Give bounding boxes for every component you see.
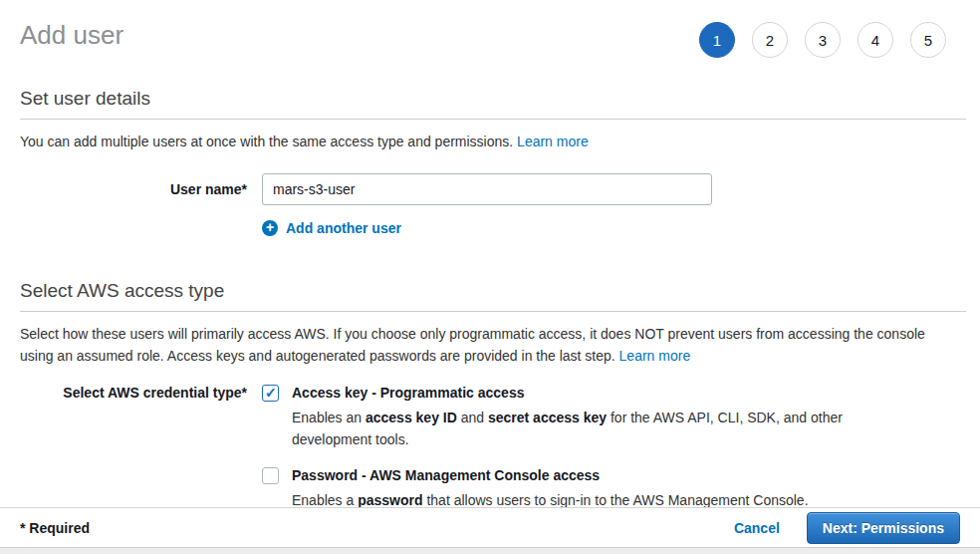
password-checkbox[interactable]: [262, 467, 279, 484]
credential-type-label: Select AWS credential type*: [20, 384, 247, 511]
username-input[interactable]: [262, 173, 712, 205]
user-details-intro-text: You can add multiple users at once with …: [20, 134, 513, 149]
desc-segment: Enables a: [292, 492, 358, 508]
desc-segment-bold: access key ID: [366, 410, 457, 425]
password-title[interactable]: Password - AWS Management Console access: [292, 466, 809, 485]
plus-circle-icon: +: [262, 220, 278, 236]
section-divider: [20, 311, 966, 312]
access-type-heading: Select AWS access type: [20, 280, 960, 302]
step-1: 1: [699, 22, 735, 58]
username-label: User name*: [20, 173, 247, 205]
credential-type-row: Select AWS credential type* Access key -…: [20, 384, 960, 511]
desc-segment-bold: secret access key: [488, 410, 607, 425]
step-indicator: 1 2 3 4 5: [682, 22, 946, 58]
cancel-link[interactable]: Cancel: [734, 520, 780, 536]
access-key-description: Enables an access key ID and secret acce…: [292, 407, 848, 450]
step-3: 3: [805, 22, 841, 58]
access-key-checkbox[interactable]: [262, 385, 279, 402]
set-user-details-heading: Set user details: [20, 88, 960, 110]
user-details-learn-more-link[interactable]: Learn more: [517, 134, 589, 149]
next-permissions-button[interactable]: Next: Permissions: [807, 512, 960, 544]
page-header: Add user 1 2 3 4 5: [20, 0, 960, 51]
access-type-learn-more-link[interactable]: Learn more: [619, 348, 691, 364]
step-5: 5: [910, 22, 946, 58]
step-4: 4: [858, 22, 893, 58]
access-type-intro-text: Select how these users will primarily ac…: [20, 326, 925, 364]
desc-segment: that allows users to sign-in to the AWS …: [423, 492, 809, 508]
add-another-user-link[interactable]: + Add another user: [262, 220, 401, 236]
page-bottom-strip: [0, 547, 980, 554]
desc-segment: Enables an: [292, 410, 366, 425]
access-key-title[interactable]: Access key - Programmatic access: [292, 384, 848, 403]
access-type-intro: Select how these users will primarily ac…: [20, 323, 960, 367]
password-choice: Password - AWS Management Console access…: [262, 466, 848, 511]
section-divider: [20, 119, 966, 120]
wizard-footer: * Required Cancel Next: Permissions: [0, 507, 980, 547]
add-another-user-label: Add another user: [286, 220, 401, 236]
desc-segment: and: [457, 410, 488, 425]
desc-segment-bold: password: [358, 492, 422, 508]
credential-choices: Access key - Programmatic access Enables…: [262, 384, 848, 511]
required-note: * Required: [20, 520, 90, 536]
access-key-choice: Access key - Programmatic access Enables…: [262, 384, 848, 450]
password-text: Password - AWS Management Console access…: [292, 466, 809, 511]
username-row: User name*: [20, 173, 960, 205]
step-2: 2: [752, 22, 788, 58]
user-details-intro: You can add multiple users at once with …: [20, 131, 960, 152]
access-key-text: Access key - Programmatic access Enables…: [292, 384, 848, 450]
